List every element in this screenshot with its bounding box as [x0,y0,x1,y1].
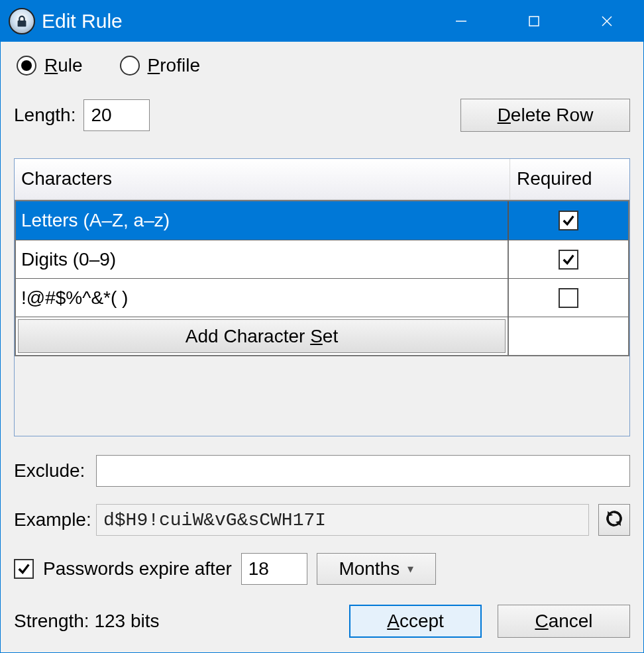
expire-checkbox[interactable] [14,559,34,579]
window-controls [425,1,643,42]
required-cell [509,279,628,317]
radio-indicator [120,56,140,75]
exclude-row: Exclude: [14,455,630,487]
example-label: Example: [14,509,87,530]
cancel-button-label: Cancel [535,611,592,632]
chevron-down-icon: ▾ [407,562,413,576]
radio-indicator [17,56,36,75]
delete-row-button[interactable]: Delete Row [460,99,630,132]
window-title: Edit Rule [42,10,425,32]
mode-radio-group: Rule Profile [14,55,630,76]
table-row[interactable]: Digits (0–9) [16,240,628,278]
expire-label: Passwords expire after [43,558,232,579]
exclude-input[interactable] [96,455,630,487]
strength-label: Strength: 123 bits [14,611,333,632]
col-characters[interactable]: Characters [15,159,510,199]
expire-row: Passwords expire after Months ▾ [14,553,630,585]
table-row[interactable]: Letters (A–Z, a–z) [16,201,628,240]
svg-rect-2 [529,17,539,26]
table-body: Letters (A–Z, a–z) Digits (0–9) [15,200,629,356]
required-cell [509,240,628,278]
titlebar: Edit Rule [1,1,643,42]
length-label: Length: [14,105,76,126]
profile-radio[interactable]: Profile [120,55,200,76]
delete-row-label-rest: elete Row [511,105,594,125]
add-charset-ul: S [310,326,323,346]
expire-unit-select[interactable]: Months ▾ [317,553,436,585]
table-row-add: Add Character Set [16,317,628,355]
example-output: d$H9!cuiW&vG&sCWH17I [96,504,589,536]
footer-row: Strength: 123 bits Accept Cancel [14,605,630,638]
refresh-icon [604,509,624,531]
expire-unit-label: Months [339,558,400,579]
charset-cell: Digits (0–9) [16,240,509,278]
app-lock-icon [9,8,35,34]
expire-value-input[interactable] [241,553,307,585]
required-checkbox[interactable] [559,288,578,308]
regenerate-button[interactable] [598,504,630,536]
accept-button-label: Accept [387,611,444,632]
add-charset-pre: Add Character [186,326,310,346]
required-checkbox[interactable] [559,211,578,230]
charset-table: Characters Required Letters (A–Z, a–z) D… [14,158,630,436]
edit-rule-window: Edit Rule Rule Profile [0,0,644,653]
required-checkbox[interactable] [559,250,578,270]
add-charset-button[interactable]: Add Character Set [18,319,506,353]
close-button[interactable] [570,1,643,42]
rule-radio[interactable]: Rule [17,55,83,76]
cancel-button[interactable]: Cancel [498,605,630,638]
rule-radio-label: Rule [44,55,83,76]
dialog-body: Rule Profile Length: Delete Row Characte… [1,42,643,652]
accept-button[interactable]: Accept [349,605,482,638]
charset-cell: !@#$%^&*( ) [16,279,509,317]
add-charset-post: et [323,326,338,346]
charset-cell: Letters (A–Z, a–z) [16,201,509,240]
length-row: Length: Delete Row [14,99,630,132]
maximize-button[interactable] [498,1,570,42]
table-row[interactable]: !@#$%^&*( ) [16,278,628,317]
required-cell [509,201,628,240]
table-header: Characters Required [15,159,629,200]
svg-rect-0 [18,21,27,26]
length-input[interactable] [83,99,150,131]
example-row: Example: d$H9!cuiW&vG&sCWH17I [14,504,630,536]
exclude-label: Exclude: [14,460,87,481]
col-required[interactable]: Required [510,159,629,199]
minimize-button[interactable] [425,1,498,42]
profile-radio-label: Profile [148,55,200,76]
